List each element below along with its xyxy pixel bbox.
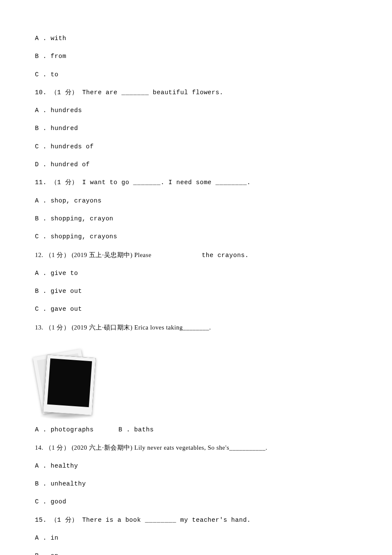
q11-option-b: B . shopping, crayon (35, 214, 357, 223)
q15-option-a: A . in (35, 534, 357, 542)
q13-option-b: B . baths (118, 425, 154, 434)
q15-option-b: B . on (35, 552, 357, 555)
q12-option-c: C . gave out (35, 305, 357, 313)
q12-stem: 12. （1 分） (2019 五上·吴忠期中) Please the cray… (35, 251, 357, 260)
q9-option-c: C . to (35, 70, 357, 79)
q10-option-a: A . hundreds (35, 106, 357, 115)
q14-option-a: A . healthy (35, 462, 357, 470)
q10-stem: 10. （1 分） There are _______ beautiful fl… (35, 88, 357, 97)
q11-option-a: A . shop, crayons (35, 197, 357, 205)
q12-stem-pre: 12. （1 分） (2019 五上·吴忠期中) Please (35, 251, 151, 258)
q10-option-b: B . hundred (35, 124, 357, 133)
q14-option-c: C . good (35, 497, 357, 506)
polaroid-front (43, 355, 95, 415)
q15-stem: 15. （1 分） There is a book ________ my te… (35, 516, 357, 524)
q9-option-b: B . from (35, 52, 357, 61)
q12-stem-post: the crayons. (202, 252, 249, 259)
q12-option-a: A . give to (35, 269, 357, 278)
q13-stem: 13. （1 分） (2019 六上·碛口期末) Erica loves tak… (35, 323, 357, 332)
q14-option-b: B . unhealthy (35, 480, 357, 488)
q11-stem: 11. （1 分） I want to go _______. I need s… (35, 178, 357, 187)
image-shadow (39, 413, 90, 419)
q12-option-b: B . give out (35, 287, 357, 295)
q13-options: A . photographs B . baths (35, 425, 357, 434)
q9-option-a: A . with (35, 34, 357, 43)
q10-option-d: D . hundred of (35, 160, 357, 169)
worksheet-page: A . with B . from C . to 10. （1 分） There… (0, 0, 392, 555)
q13-option-a: A . photographs (35, 425, 94, 434)
q10-option-c: C . hundreds of (35, 142, 357, 151)
q11-option-c: C . shopping, crayons (35, 232, 357, 241)
polaroid-photos-image (35, 341, 95, 418)
q14-stem: 14. （1 分） (2020 六上·新会期中) Lily never eats… (35, 443, 357, 452)
